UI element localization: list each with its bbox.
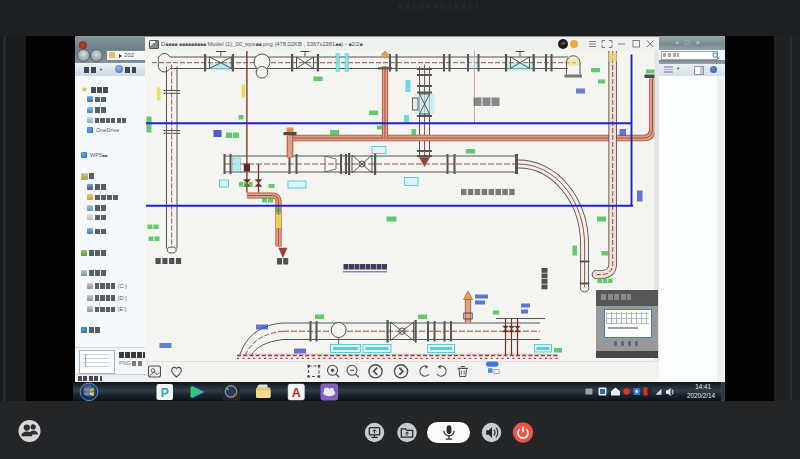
svg-text:P: P (161, 386, 169, 400)
svg-text:14:41: 14:41 (695, 383, 711, 390)
svg-text:A: A (292, 386, 301, 400)
svg-text:2020/2/14: 2020/2/14 (687, 392, 716, 399)
